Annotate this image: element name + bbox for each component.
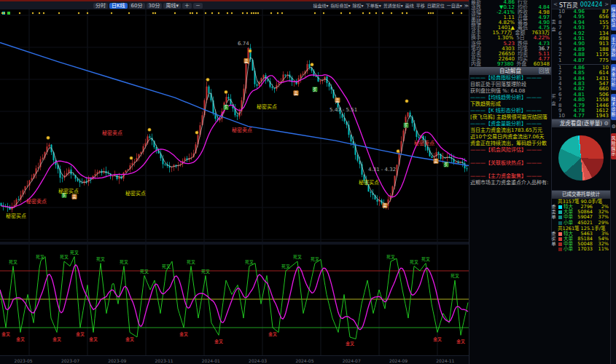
date-tick: 2024-11 [422,358,469,363]
svg-text:金叉: 金叉 [433,336,442,342]
date-tick: 2023-09 [94,358,141,363]
legend-square-icon [558,232,562,236]
trade-stats: 共3157笔 90.0手/笔委卖单特大27962%大单5086432%中单590… [552,199,610,253]
quote-panel: 最新4.86行业涨跌▼0.12均价4.84涨幅-2.41%昨收4.98量比1.1… [469,0,551,68]
period-button-－[interactable]: － [193,3,203,9]
svg-text:死叉: 死叉 [140,269,149,274]
svg-text:金叉: 金叉 [1,331,10,337]
analysis-line: ———【资金量能分析】——— [469,121,551,127]
gear-icon[interactable]: ⚙ [604,119,609,127]
tool-button[interactable]: 指标叠加▾ [331,3,351,9]
tool-button[interactable]: 画线 [405,3,414,9]
tool-button[interactable]: 平移 [416,3,425,9]
period-button-分时[interactable]: 分时 [93,3,108,9]
svg-text:死叉: 死叉 [410,259,418,265]
side-tab-主力追踪[interactable]: 主力追踪 [611,34,616,60]
period-button-30分[interactable]: 30分 [147,3,163,9]
level-price: 4.87 [566,58,585,63]
side-tab-操盘必读[interactable]: 操盘必读 [611,4,616,31]
order-book-row-buy[interactable]: 104.771943 [558,114,610,119]
svg-text:金叉: 金叉 [16,336,25,342]
svg-text:死叉: 死叉 [187,259,195,265]
stats-side-label: 委买单 [552,232,557,253]
svg-text:死叉: 死叉 [9,259,17,265]
dragon-header: 龙虎看盘(逐单量) ⚙ [552,119,610,127]
level-index: 1 [558,58,566,63]
period-button-＋[interactable]: ＋ [182,3,192,9]
period-button-60分[interactable]: 60分 [129,3,145,9]
analysis-line: ———【经典指标分析】——— [469,75,551,82]
svg-text:死叉: 死叉 [245,259,254,265]
svg-text:4.31 - 4.32: 4.31 - 4.32 [368,167,396,173]
tool-button[interactable]: 下单板▾ [366,3,381,9]
analysis-line: 当日主力资金流出1783.65万元 [469,127,551,134]
order-book-row-sell[interactable]: 14.87775 [558,58,610,63]
stats-side-label: 委卖单 [552,205,557,226]
stats-row: 小单1703311% [557,247,610,252]
analysis-header: 自动解盘 回放 [469,67,551,75]
gear-icon[interactable]: ⚙ [612,124,616,130]
analysis-line: [夜飞乌鸦] 主趋势很可能完结回落 [469,114,551,121]
period-button-周线▾[interactable]: 周线▾ [163,3,181,9]
stock-name: ST百灵 [559,1,578,9]
tool-button[interactable]: 日期定位 [427,3,445,9]
sell-side-label: 卖盘 [552,20,557,34]
sidebar: 最新4.86行业涨跌▼0.12均价4.84涨幅-2.41%昨收4.98量比1.1… [469,0,616,364]
replay-button[interactable]: 回放 [539,67,550,75]
dragon-title: 龙虎看盘(逐单量) [552,119,610,127]
buy-side-label: 买盘 [552,94,557,108]
svg-text:买: 买 [313,87,317,92]
legend-square-icon [558,215,562,219]
svg-text:金叉: 金叉 [125,336,134,342]
tool-button[interactable]: 一自选▾ [447,3,462,9]
stats-group: 委买单特大54633%大单8518454%中单5004832%小单1703311… [552,232,610,253]
svg-text:金叉: 金叉 [268,331,277,337]
svg-text:金叉: 金叉 [179,331,188,337]
next-stock-arrow-icon[interactable]: > [603,1,610,7]
svg-text:死叉: 死叉 [386,254,395,260]
toolbar-tools: 操盘线▾指标叠加▾除权▾下单板▾普通坐标▾画线平移日期定位一自选▾≫ [363,3,469,9]
svg-text:金叉: 金叉 [89,336,98,342]
candlestick-chart[interactable]: 买买买买买卖卖卖卖卖卖6.745.47 - 5.514.31 - 4.32秘密买… [0,9,469,242]
date-tick: 2024-01 [187,358,234,363]
svg-text:卖: 卖 [383,203,387,208]
svg-text:秘密卖点: 秘密卖点 [26,198,47,205]
quote-value: 60348 [534,62,551,67]
svg-text:秘密买点: 秘密买点 [125,190,146,197]
stats-label: 小单 [564,221,577,226]
analysis-lines: ———【经典指标分析】———目前正处于回落整理阶段获利盘比例值 %: 64.08… [469,75,551,186]
trading-terminal: { "colors":{"g":"#00e050","r":"#ff4040",… [0,0,616,364]
vertical-tab-strip: 操盘必读主力追踪资金分析技术诊断⚙风险提示 [610,0,616,364]
side-tab-资金分析[interactable]: 资金分析 [611,64,616,90]
svg-text:卖: 卖 [335,98,340,103]
stats-title: 已成交委托单统计 [552,191,610,199]
side-tab-技术诊断[interactable]: 技术诊断 [611,94,616,120]
tool-button[interactable]: 操盘线▾ [313,3,329,9]
stats-label: 小单 [564,247,577,252]
svg-text:死叉: 死叉 [293,254,302,260]
quote-label: 外盘 [513,62,533,67]
svg-text:金叉: 金叉 [346,341,354,347]
svg-text:死叉: 死叉 [162,264,171,269]
svg-text:死叉: 死叉 [70,250,79,256]
svg-text:金叉: 金叉 [214,339,223,344]
volume-pie-chart [558,135,604,181]
prev-stock-arrow-icon[interactable]: < [552,1,559,7]
tool-button[interactable]: 普通坐标▾ [383,3,403,9]
analysis-line: 近期市场主力资金重点介入品种有: [469,180,551,186]
date-tick: 2023-11 [141,358,187,363]
svg-text:秘密卖点: 秘密卖点 [102,130,122,136]
analysis-line [469,154,551,160]
side-tab-风险提示[interactable]: 风险提示 [611,133,616,159]
svg-text:死叉: 死叉 [451,273,459,279]
period-button-日K线[interactable]: 日K线 [109,3,128,9]
stats-rows: 特大27962%大单5086432%中单5904737%小单4502129% [557,205,610,226]
svg-text:买: 买 [224,104,228,110]
quote-value: 97380 [489,62,513,67]
svg-text:卖: 卖 [72,194,77,199]
period-buttons: 分时日K线60分30分周线▾＋－ [93,3,203,9]
volume-pie-wrap [552,127,610,191]
oscillator-chart[interactable]: 死叉死叉死叉死叉死叉死叉死叉死叉死叉死叉死叉死叉死叉死叉死叉死叉死叉死叉金叉金叉… [0,245,469,355]
tool-button[interactable]: 除权▾ [353,3,364,9]
svg-text:卖: 卖 [294,91,298,96]
